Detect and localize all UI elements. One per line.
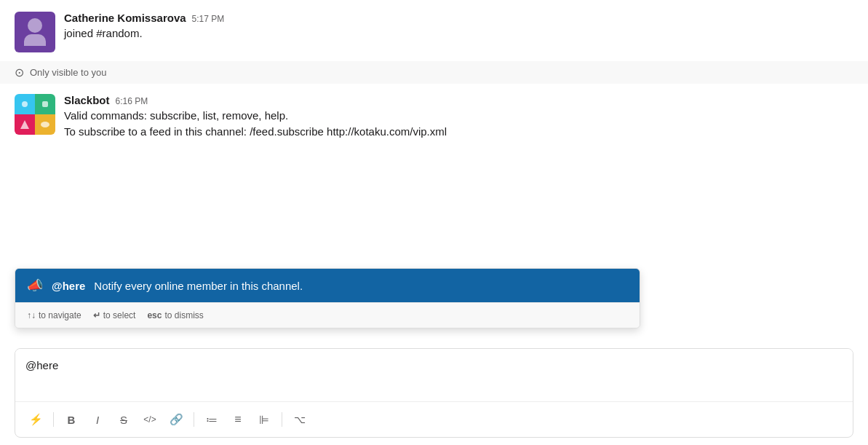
message-row: Catherine Komissarova 5:17 PM joined #ra…	[15, 12, 853, 52]
link-button[interactable]: 🔗	[164, 408, 188, 431]
avatar-slackbot	[15, 94, 55, 135]
message-content-catherine: Catherine Komissarova 5:17 PM joined #ra…	[64, 12, 853, 42]
avatar-catherine	[15, 12, 55, 52]
autocomplete-dropdown: 📣 @here Notify every online member in th…	[15, 268, 640, 328]
lightning-button[interactable]: ⚡	[24, 408, 47, 431]
slackbot-q4	[35, 114, 55, 135]
slackbot-q1	[15, 94, 35, 114]
strikethrough-button[interactable]: S	[112, 408, 135, 431]
slackbot-timestamp: 6:16 PM	[116, 96, 148, 106]
megaphone-icon: 📣	[27, 277, 43, 294]
eye-icon: ⊙	[15, 66, 24, 79]
autocomplete-mention: @here	[52, 280, 85, 292]
hint-dismiss: esc to dismiss	[147, 310, 203, 320]
message-input[interactable]: @here	[15, 349, 853, 398]
ordered-list-button[interactable]: ≔	[200, 408, 223, 431]
slackbot-line1: Valid commands: subscribe, list, remove,…	[64, 108, 853, 124]
autocomplete-description: Notify every online member in this chann…	[94, 280, 303, 292]
autocomplete-item-here[interactable]: 📣 @here Notify every online member in th…	[15, 269, 640, 302]
svg-point-3	[41, 122, 49, 127]
code-block-button[interactable]: ⌥	[288, 408, 311, 431]
toolbar-divider-2	[194, 412, 194, 427]
slackbot-message-row: Slackbot 6:16 PM Valid commands: subscri…	[15, 94, 853, 140]
message-input-area: @here ⚡ B I S </> 🔗 ≔ ≡ ⊫ ⌥	[15, 348, 853, 438]
slackbot-q3	[15, 114, 35, 135]
code-button[interactable]: </>	[138, 408, 162, 431]
svg-rect-1	[42, 101, 48, 107]
italic-button[interactable]: I	[86, 408, 109, 431]
system-message-text: Only visible to you	[30, 67, 107, 78]
navigate-label: to navigate	[39, 310, 81, 320]
slackbot-q2	[35, 94, 55, 114]
message-content-slackbot: Slackbot 6:16 PM Valid commands: subscri…	[64, 94, 853, 140]
system-message: ⊙ Only visible to you	[0, 61, 868, 84]
toolbar-divider-1	[53, 412, 54, 427]
slackbot-line2: To subscribe to a feed in this channel: …	[64, 124, 853, 140]
unordered-list-button[interactable]: ≡	[226, 408, 250, 431]
dismiss-key: esc	[147, 310, 162, 320]
svg-marker-2	[20, 120, 29, 129]
chat-container: Catherine Komissarova 5:17 PM joined #ra…	[0, 0, 868, 445]
select-key: ↵	[93, 310, 100, 320]
hint-select: ↵ to select	[93, 310, 136, 320]
toolbar-divider-3	[282, 412, 282, 427]
formatting-toolbar: ⚡ B I S </> 🔗 ≔ ≡ ⊫ ⌥	[15, 401, 853, 437]
hint-navigate: ↑↓ to navigate	[27, 310, 81, 320]
navigate-key: ↑↓	[27, 310, 36, 320]
message-timestamp: 5:17 PM	[192, 14, 225, 24]
slackbot-sender-name: Slackbot	[64, 94, 110, 106]
slackbot-message-header: Slackbot 6:16 PM	[64, 94, 853, 106]
select-label: to select	[103, 310, 136, 320]
svg-point-0	[22, 101, 28, 107]
sender-name: Catherine Komissarova	[64, 12, 186, 24]
dismiss-label: to dismiss	[164, 310, 203, 320]
message-text: joined #random.	[64, 25, 853, 42]
autocomplete-hints: ↑↓ to navigate ↵ to select esc to dismis…	[15, 302, 640, 328]
message-header: Catherine Komissarova 5:17 PM	[64, 12, 853, 24]
block-quote-button[interactable]: ⊫	[252, 408, 276, 431]
bold-button[interactable]: B	[60, 408, 83, 431]
